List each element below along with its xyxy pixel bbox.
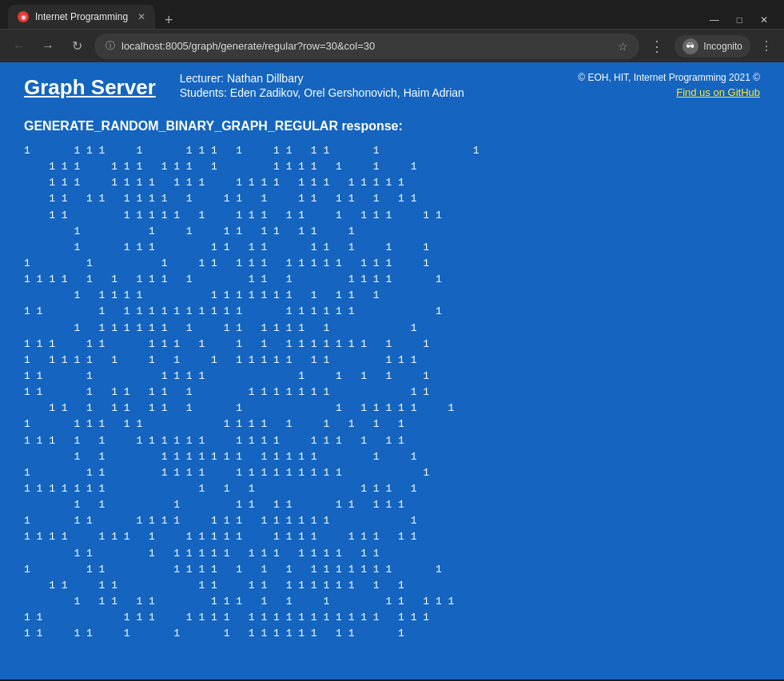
matrix-display: 1 1 1 1 1 1 1 1 1 1 1 1 1 1 1 1 1 1 1 1 … xyxy=(24,143,760,642)
response-title: GENERATE_RANDOM_BINARY_GRAPH_REGULAR res… xyxy=(24,119,760,133)
maximize-button[interactable]: □ xyxy=(729,11,750,29)
profile-label: Incognito xyxy=(703,41,742,52)
page-content: Graph Server Lecturer: Nathan Dillbary S… xyxy=(0,62,784,679)
forward-button[interactable]: → xyxy=(37,35,59,58)
lecturer-text: Lecturer: Nathan Dillbary xyxy=(180,72,578,85)
url-display: localhost:8005/graph/generate/regular?ro… xyxy=(121,40,608,52)
header-right: © EOH, HIT, Internet Programming 2021 © … xyxy=(578,72,760,99)
tab-title: Internet Programming xyxy=(35,11,128,22)
minimize-button[interactable]: — xyxy=(702,11,727,29)
page-body: GENERATE_RANDOM_BINARY_GRAPH_REGULAR res… xyxy=(0,106,784,655)
browser-tab[interactable]: ◉ Internet Programming ✕ xyxy=(8,5,155,29)
tab-close-button[interactable]: ✕ xyxy=(137,11,145,22)
students-text: Students: Eden Zadikov, Orel Gershonovic… xyxy=(180,86,578,99)
title-bar: ◉ Internet Programming ✕ + — □ ✕ xyxy=(0,0,784,29)
browser-chrome: ◉ Internet Programming ✕ + — □ ✕ ← → ↻ ⓘ… xyxy=(0,0,784,62)
reload-button[interactable]: ↻ xyxy=(66,35,88,58)
close-button[interactable]: ✕ xyxy=(752,11,776,29)
bookmark-icon[interactable]: ☆ xyxy=(618,40,628,53)
window-controls: — □ ✕ xyxy=(702,11,776,29)
page-header: Graph Server Lecturer: Nathan Dillbary S… xyxy=(0,62,784,106)
copyright-text: © EOH, HIT, Internet Programming 2021 © xyxy=(578,72,760,83)
tab-favicon: ◉ xyxy=(18,11,29,22)
security-icon: ⓘ xyxy=(105,39,115,53)
profile-area[interactable]: 🕶 Incognito xyxy=(675,35,750,58)
header-info: Lecturer: Nathan Dillbary Students: Eden… xyxy=(180,72,578,99)
profile-icon: 🕶 xyxy=(683,38,698,54)
browser-menu-button[interactable]: ⋮ xyxy=(646,35,668,58)
github-link[interactable]: Find us on GitHub xyxy=(676,86,760,98)
options-menu-button[interactable]: ⋮ xyxy=(757,35,776,57)
navigation-bar: ← → ↻ ⓘ localhost:8005/graph/generate/re… xyxy=(0,29,784,62)
address-bar[interactable]: ⓘ localhost:8005/graph/generate/regular?… xyxy=(94,34,639,59)
site-title[interactable]: Graph Server xyxy=(24,75,156,100)
new-tab-button[interactable]: + xyxy=(161,12,177,29)
back-button[interactable]: ← xyxy=(8,35,30,58)
